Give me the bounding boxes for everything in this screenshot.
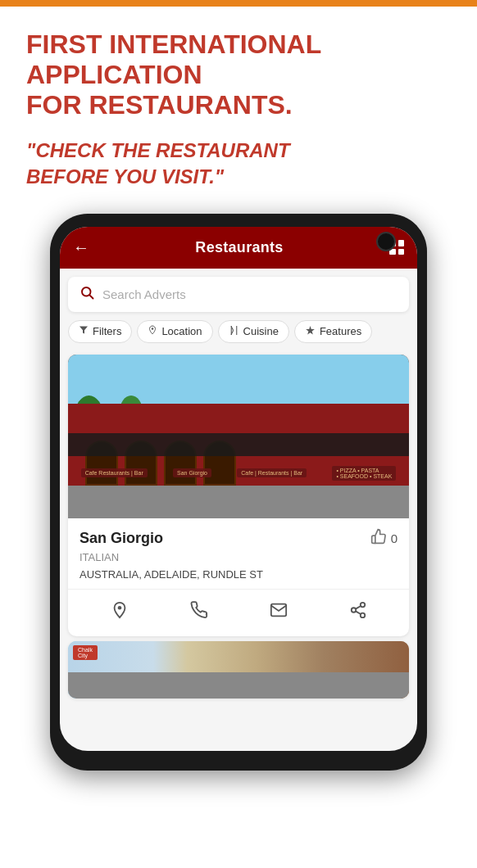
search-icon — [80, 285, 94, 304]
svg-point-8 — [351, 608, 356, 613]
phone-button[interactable] — [184, 598, 215, 626]
filter-chips-row: Filters Location Cuisine — [60, 317, 417, 350]
features-chip-label: Features — [320, 325, 361, 337]
restaurant-address: AUSTRALIA, Adelaide, Rundle St — [80, 568, 398, 581]
phone-frame: ← Restaurants Search Adverts — [50, 214, 427, 771]
header-title: Restaurants — [195, 239, 283, 256]
svg-line-1 — [89, 295, 93, 298]
svg-line-11 — [355, 606, 360, 609]
location-chip-label: Location — [161, 325, 202, 337]
card-actions — [80, 590, 398, 631]
hero-subtitle: Search Adverts"CHECK THE RESTAURANTBEFOR… — [26, 138, 451, 188]
filters-chip[interactable]: Filters — [68, 320, 132, 343]
filters-chip-label: Filters — [93, 325, 121, 337]
email-button[interactable] — [263, 598, 294, 626]
app-header: ← Restaurants — [60, 227, 417, 269]
cuisine-chip[interactable]: Cuisine — [218, 320, 289, 343]
restaurant-name: San Giorgio — [80, 530, 163, 547]
directions-button[interactable] — [104, 598, 135, 626]
second-card-image: ChalkCity — [68, 641, 409, 698]
top-accent-bar — [0, 0, 477, 7]
svg-point-6 — [117, 606, 121, 610]
svg-marker-2 — [80, 327, 88, 334]
hero-title: FIRST INTERNATIONAL APPLICATIONFOR RESTA… — [26, 29, 451, 120]
search-bar[interactable]: Search Adverts — [68, 277, 409, 312]
cuisine-icon — [229, 325, 239, 338]
thumbs-up-icon — [370, 528, 387, 549]
filter-icon — [79, 325, 89, 337]
features-icon — [305, 325, 316, 338]
location-icon — [148, 325, 157, 337]
card-name-row: San Giorgio 0 — [80, 528, 398, 549]
subtitle-text: CHECK THE RESTAURANTBEFORE YOU VISIT. — [26, 139, 290, 187]
camera-hole — [376, 232, 396, 251]
features-chip[interactable]: Features — [294, 320, 372, 343]
cuisine-chip-label: Cuisine — [243, 325, 279, 337]
search-placeholder: Search Adverts — [102, 287, 186, 301]
likes-row: 0 — [370, 528, 398, 549]
share-button[interactable] — [343, 598, 374, 626]
card-info: San Giorgio 0 ITALIAN AUSTRALIA, Adelaid… — [68, 518, 409, 636]
likes-count: 0 — [391, 531, 398, 545]
location-chip[interactable]: Location — [137, 320, 212, 343]
second-restaurant-card: ChalkCity — [68, 641, 409, 698]
svg-point-3 — [152, 328, 154, 331]
phone-screen: ← Restaurants Search Adverts — [60, 227, 417, 751]
svg-point-9 — [360, 613, 365, 617]
back-button[interactable]: ← — [73, 238, 89, 257]
restaurant-image: Cafe Restaurants | Bar San Giorgio Cafe … — [68, 355, 409, 518]
svg-point-7 — [360, 603, 365, 608]
city-sign: ChalkCity — [73, 645, 98, 660]
hero-section: FIRST INTERNATIONAL APPLICATIONFOR RESTA… — [0, 7, 477, 206]
svg-line-10 — [355, 611, 360, 614]
phone-wrapper: ← Restaurants Search Adverts — [0, 206, 477, 787]
restaurant-cuisine: ITALIAN — [80, 551, 398, 563]
restaurant-card-san-giorgio: Cafe Restaurants | Bar San Giorgio Cafe … — [68, 355, 409, 636]
